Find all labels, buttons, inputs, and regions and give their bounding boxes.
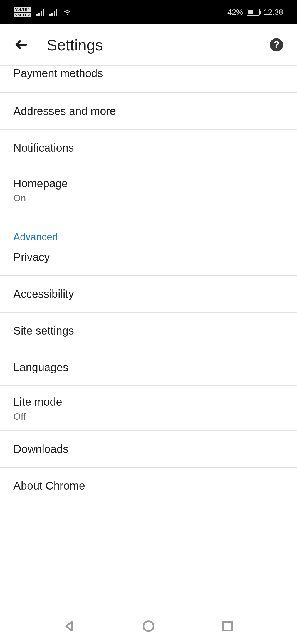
blank-area xyxy=(0,504,297,608)
circle-home-icon xyxy=(142,620,155,633)
settings-item-downloads[interactable]: Downloads xyxy=(0,431,297,468)
triangle-back-icon xyxy=(63,620,76,633)
settings-item-label: Lite mode xyxy=(13,394,284,409)
status-bar-right: 42% 12:38 xyxy=(227,8,283,17)
help-icon: ? xyxy=(269,38,284,52)
volte-badge-2: VoLTE2 xyxy=(14,13,31,17)
nav-home-button[interactable] xyxy=(139,616,158,636)
settings-item-addresses-more[interactable]: Addresses and more xyxy=(0,93,297,130)
svg-text:?: ? xyxy=(273,39,279,50)
nav-recents-button[interactable] xyxy=(218,616,237,636)
page-title: Settings xyxy=(47,36,103,54)
signal-icon-1 xyxy=(36,8,44,16)
settings-item-about-chrome[interactable]: About Chrome xyxy=(0,468,297,504)
battery-percent: 42% xyxy=(227,8,243,17)
settings-item-notifications[interactable]: Notifications xyxy=(0,130,297,166)
settings-item-languages[interactable]: Languages xyxy=(0,349,297,386)
settings-item-payment-methods[interactable]: Payment methods xyxy=(0,66,297,93)
svg-rect-3 xyxy=(223,622,232,631)
app-bar: Settings ? xyxy=(0,24,297,66)
back-button[interactable] xyxy=(13,37,29,53)
settings-item-value: On xyxy=(13,193,284,203)
status-clock: 12:38 xyxy=(264,8,283,17)
settings-item-accessibility[interactable]: Accessibility xyxy=(0,276,297,313)
arrow-left-icon xyxy=(14,38,28,52)
settings-item-privacy[interactable]: Privacy xyxy=(0,244,297,276)
settings-item-label: Accessibility xyxy=(13,286,284,301)
signal-icon-2 xyxy=(49,8,57,16)
section-header-advanced: Advanced xyxy=(0,222,297,244)
settings-item-label: Site settings xyxy=(13,323,284,338)
volte-badge-1: VoLTE1 xyxy=(14,7,31,12)
battery-icon xyxy=(247,9,260,16)
status-bar: VoLTE1 VoLTE2 42% 12:38 xyxy=(0,0,297,24)
settings-item-label: Privacy xyxy=(13,250,284,265)
settings-item-homepage[interactable]: Homepage On xyxy=(0,166,297,215)
status-bar-left: VoLTE1 VoLTE2 xyxy=(14,6,72,18)
settings-item-site-settings[interactable]: Site settings xyxy=(0,313,297,349)
settings-item-label: About Chrome xyxy=(13,478,284,493)
nav-back-button[interactable] xyxy=(60,616,79,636)
wifi-icon xyxy=(62,6,72,18)
svg-point-2 xyxy=(143,621,154,631)
settings-item-lite-mode[interactable]: Lite mode Off xyxy=(0,386,297,431)
settings-item-label: Homepage xyxy=(13,176,284,191)
square-recents-icon xyxy=(221,620,234,633)
settings-list: Payment methods Addresses and more Notif… xyxy=(0,66,297,608)
settings-item-label: Languages xyxy=(13,360,284,375)
settings-item-value: Off xyxy=(13,411,284,422)
help-button[interactable]: ? xyxy=(269,38,284,52)
volte-indicators: VoLTE1 VoLTE2 xyxy=(14,7,31,17)
settings-item-label: Addresses and more xyxy=(13,104,284,119)
settings-item-label: Downloads xyxy=(13,441,284,456)
settings-item-label: Notifications xyxy=(13,140,284,155)
settings-item-label: Payment methods xyxy=(13,66,284,81)
system-nav-bar xyxy=(0,608,297,644)
